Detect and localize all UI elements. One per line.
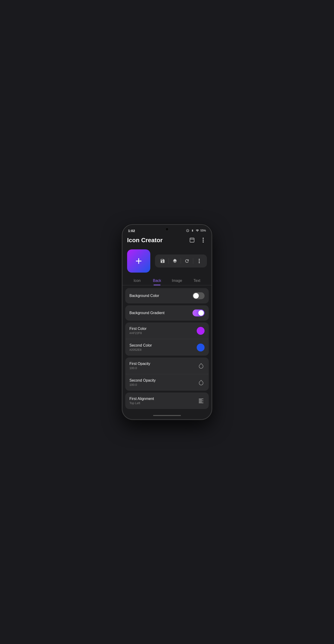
toolbar <box>155 254 207 268</box>
more-options-icon[interactable] <box>200 236 207 244</box>
top-actions <box>188 236 207 244</box>
toggle-knob-bg-gradient <box>198 310 204 316</box>
first-alignment-card: First Alignment Top Left <box>125 392 209 409</box>
svg-point-4 <box>203 242 204 243</box>
status-icons: 55% <box>186 229 206 232</box>
svg-point-6 <box>199 260 200 262</box>
settings-list: Background Color Background Gradient <box>122 286 212 413</box>
top-bar: Icon Creator <box>122 234 212 248</box>
battery-indicator: 55% <box>200 229 206 232</box>
second-opacity-info: Second Opacity 100.0 <box>130 378 156 386</box>
background-color-row: Background Color <box>125 288 209 304</box>
background-color-card: Background Color <box>125 288 209 304</box>
first-alignment-icon[interactable] <box>198 398 204 404</box>
layers-button[interactable] <box>170 256 180 266</box>
tab-text[interactable]: Text <box>187 276 207 285</box>
second-opacity-icon[interactable] <box>198 379 204 386</box>
background-gradient-label: Background Gradient <box>130 311 164 315</box>
toolbar-divider-2 <box>181 258 181 264</box>
save-button[interactable] <box>158 256 167 266</box>
svg-rect-0 <box>190 238 194 242</box>
first-color-row: First Color #AF22F8 <box>125 322 209 339</box>
phone-frame: 1:02 <box>122 224 212 420</box>
svg-point-5 <box>199 259 200 260</box>
svg-point-7 <box>199 262 200 263</box>
camera-hole <box>166 228 168 231</box>
more-button[interactable] <box>194 256 204 266</box>
second-color-info: Second Color #2052E8 <box>130 343 152 352</box>
icon-preview[interactable]: + <box>127 250 150 272</box>
tab-back[interactable]: Back <box>147 276 167 285</box>
second-color-picker[interactable] <box>197 344 204 352</box>
svg-point-3 <box>203 240 204 241</box>
tabs: Icon Back Image Text <box>122 276 212 285</box>
screen: 1:02 <box>122 225 212 419</box>
signal-icon <box>196 229 199 232</box>
first-alignment-info: First Alignment Top Left <box>130 397 154 405</box>
alarm-icon <box>186 229 190 232</box>
background-color-toggle[interactable] <box>192 292 204 299</box>
window-icon[interactable] <box>188 236 196 244</box>
second-opacity-row: Second Opacity 100.0 <box>125 374 209 391</box>
bluetooth-icon <box>191 229 194 232</box>
tab-icon[interactable]: Icon <box>127 276 147 285</box>
toolbar-divider-3 <box>193 258 193 264</box>
refresh-button[interactable] <box>182 256 192 266</box>
first-opacity-row: First Opacity 100.0 <box>125 358 209 374</box>
status-time: 1:02 <box>128 229 135 233</box>
first-opacity-info: First Opacity 100.0 <box>130 362 150 370</box>
background-color-label: Background Color <box>130 294 159 298</box>
first-opacity-card: First Opacity 100.0 Second Opacity 100.0 <box>125 358 209 391</box>
first-color-info: First Color #AF22F8 <box>130 327 146 335</box>
preview-area: + <box>122 248 212 276</box>
first-color-card: First Color #AF22F8 Second Color #2052E8 <box>125 322 209 356</box>
icon-preview-symbol: + <box>136 256 142 266</box>
home-bar <box>153 415 181 416</box>
first-alignment-row: First Alignment Top Left <box>125 392 209 409</box>
second-color-row: Second Color #2052E8 <box>125 339 209 356</box>
home-indicator <box>122 413 212 419</box>
toolbar-divider-1 <box>168 258 169 264</box>
background-gradient-row: Background Gradient <box>125 305 209 320</box>
tab-image[interactable]: Image <box>167 276 187 285</box>
app-title: Icon Creator <box>127 237 162 244</box>
background-gradient-card: Background Gradient <box>125 305 209 320</box>
background-gradient-toggle[interactable] <box>192 310 204 316</box>
toggle-knob-bg-color <box>193 293 199 298</box>
svg-point-2 <box>203 238 204 239</box>
first-opacity-icon[interactable] <box>198 362 204 369</box>
first-color-picker[interactable] <box>197 327 204 335</box>
